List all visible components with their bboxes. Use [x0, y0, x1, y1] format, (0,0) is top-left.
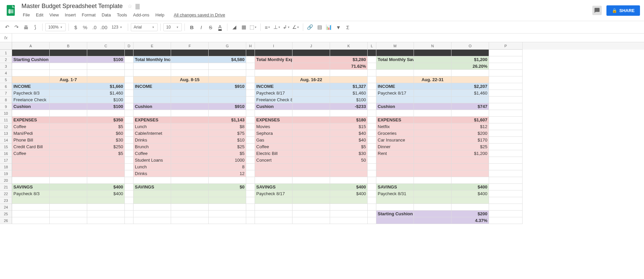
cell[interactable] [368, 170, 376, 177]
cell[interactable] [133, 190, 171, 197]
cell[interactable]: Brunch [133, 144, 171, 150]
cell[interactable]: Total Monthly Income [133, 56, 171, 63]
cell[interactable] [368, 50, 376, 56]
cell[interactable] [292, 130, 330, 137]
cell[interactable] [87, 211, 125, 217]
cell[interactable] [368, 177, 376, 184]
cell[interactable] [368, 70, 376, 76]
cell[interactable] [50, 130, 87, 137]
row-header-13[interactable]: 13 [0, 130, 12, 137]
cell[interactable]: Rent [376, 150, 414, 157]
cell[interactable] [12, 110, 50, 117]
cell[interactable] [133, 197, 171, 204]
cell[interactable] [246, 204, 255, 211]
cell[interactable]: Phone Bill [12, 137, 50, 144]
cell[interactable] [171, 56, 209, 63]
cell[interactable]: Aug. 8-15 [171, 76, 209, 83]
cell[interactable] [376, 197, 414, 204]
cell[interactable] [87, 177, 125, 184]
folder-icon[interactable]: ▇ [136, 3, 140, 9]
cell[interactable] [133, 63, 171, 70]
cell[interactable] [125, 56, 133, 63]
cell[interactable] [50, 90, 87, 97]
cell[interactable]: EXPENSES [376, 117, 414, 123]
cell[interactable] [171, 90, 209, 97]
cell[interactable] [171, 164, 209, 170]
cell[interactable] [209, 177, 246, 184]
cell[interactable] [246, 164, 255, 170]
row-header-16[interactable]: 16 [0, 150, 12, 157]
cell[interactable] [376, 50, 414, 56]
share-button[interactable]: 🔒 SHARE [606, 5, 640, 16]
cell[interactable] [368, 130, 376, 137]
cell[interactable] [489, 170, 523, 177]
cell[interactable] [133, 217, 171, 224]
cell[interactable] [171, 190, 209, 197]
cell[interactable] [125, 150, 133, 157]
cell[interactable] [12, 217, 50, 224]
cell[interactable]: INCOME [12, 83, 50, 90]
menu-file[interactable]: File [20, 11, 33, 19]
cell[interactable] [50, 157, 87, 164]
cell[interactable] [489, 157, 523, 164]
paint-format-button[interactable]: ⟆ [31, 23, 40, 32]
cell[interactable] [246, 211, 255, 217]
cell[interactable] [292, 117, 330, 123]
row-header-26[interactable]: 26 [0, 217, 12, 224]
cell[interactable] [292, 137, 330, 144]
cell[interactable] [87, 50, 125, 56]
cell[interactable] [255, 197, 292, 204]
menu-view[interactable]: View [47, 11, 61, 19]
cell[interactable] [171, 103, 209, 110]
cell[interactable]: 26.20% [451, 63, 489, 70]
cell[interactable] [125, 83, 133, 90]
cell[interactable] [50, 184, 87, 190]
cell[interactable] [376, 177, 414, 184]
cell[interactable] [414, 50, 451, 56]
cell[interactable] [414, 56, 451, 63]
cell[interactable] [330, 50, 368, 56]
cell[interactable] [451, 197, 489, 204]
cell[interactable] [125, 157, 133, 164]
cell[interactable] [246, 110, 255, 117]
cell[interactable] [246, 90, 255, 97]
cell[interactable] [368, 83, 376, 90]
cell[interactable] [171, 83, 209, 90]
dec-increase-button[interactable]: .00 [100, 23, 108, 32]
cell[interactable] [414, 90, 451, 97]
dec-decrease-button[interactable]: .0 [90, 23, 99, 32]
cell[interactable] [50, 217, 87, 224]
cell[interactable]: $12 [451, 123, 489, 130]
cell[interactable] [255, 217, 292, 224]
cell[interactable] [133, 70, 171, 76]
print-button[interactable]: 🖶 [21, 23, 30, 32]
cell[interactable] [133, 177, 171, 184]
cell[interactable]: $2,207 [451, 83, 489, 90]
cell[interactable]: Freelance Check 8/22 [255, 97, 292, 103]
cell[interactable]: $910 [209, 83, 246, 90]
cell[interactable] [171, 130, 209, 137]
cell[interactable] [414, 130, 451, 137]
cell[interactable] [255, 70, 292, 76]
cell[interactable]: $400 [330, 184, 368, 190]
cell[interactable] [451, 76, 489, 83]
cell[interactable]: $1,143 [209, 117, 246, 123]
cell[interactable] [330, 204, 368, 211]
row-header-12[interactable]: 12 [0, 123, 12, 130]
cell[interactable]: 12 [209, 170, 246, 177]
cell[interactable] [209, 197, 246, 204]
cell[interactable]: $1,327 [330, 83, 368, 90]
cell[interactable] [368, 217, 376, 224]
cell[interactable] [451, 164, 489, 170]
cell[interactable] [255, 164, 292, 170]
cell[interactable] [171, 97, 209, 103]
cell[interactable] [489, 130, 523, 137]
cell[interactable]: $25 [209, 144, 246, 150]
cell[interactable]: $350 [87, 117, 125, 123]
cell[interactable] [12, 177, 50, 184]
cell[interactable]: Credit Card Bill [12, 144, 50, 150]
cell[interactable]: Cushion [376, 103, 414, 110]
cell[interactable]: INCOME [376, 83, 414, 90]
cell[interactable] [414, 170, 451, 177]
cell[interactable] [368, 76, 376, 83]
